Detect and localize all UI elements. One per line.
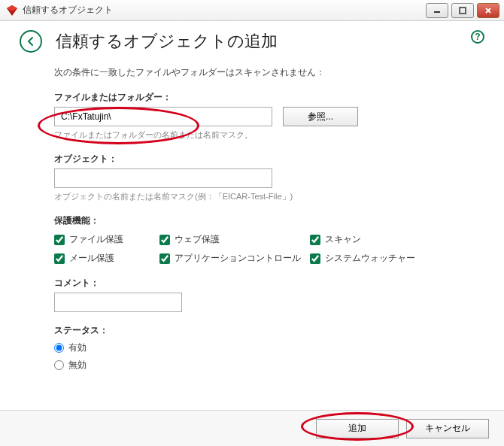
object-label: オブジェクト： [54, 153, 475, 165]
file-folder-label: ファイルまたはフォルダー： [54, 91, 475, 104]
titlebar: 信頼するオブジェクト [0, 0, 504, 21]
status-radio[interactable]: 有効 [54, 341, 475, 354]
radio-label: 無効 [68, 359, 87, 372]
protection-label: 保護機能： [54, 214, 475, 227]
status-radio[interactable]: 無効 [54, 359, 475, 372]
checkbox-input[interactable] [310, 253, 320, 264]
checkbox-input[interactable] [54, 235, 65, 245]
checkbox-label: アプリケーションコントロール [175, 252, 301, 265]
protection-checkbox-grid: ファイル保護ウェブ保護スキャンメール保護アプリケーションコントロールシステムウォ… [54, 233, 475, 265]
add-button[interactable]: 追加 [316, 419, 399, 438]
protection-checkbox[interactable]: システムウォッチャー [310, 252, 430, 265]
protection-checkbox[interactable]: メール保護 [54, 252, 159, 265]
app-icon [6, 5, 18, 17]
checkbox-label: ファイル保護 [69, 233, 123, 246]
object-input[interactable] [54, 168, 272, 188]
svg-text:?: ? [475, 32, 480, 42]
close-button[interactable] [477, 3, 499, 18]
protection-checkbox[interactable]: ウェブ保護 [159, 233, 310, 246]
back-button[interactable] [20, 30, 42, 53]
checkbox-label: システムウォッチャー [325, 252, 415, 265]
checkbox-label: スキャン [325, 233, 361, 246]
comment-label: コメント： [54, 277, 475, 290]
checkbox-label: メール保護 [69, 252, 114, 265]
header-row: 信頼するオブジェクトの追加 [20, 30, 484, 53]
maximize-button[interactable] [451, 3, 474, 18]
minimize-button[interactable] [426, 3, 448, 18]
status-label: ステータス： [54, 324, 475, 337]
browse-button[interactable]: 参照... [283, 107, 358, 126]
window-controls [423, 3, 504, 18]
help-icon[interactable]: ? [471, 30, 484, 47]
checkbox-input[interactable] [54, 253, 65, 264]
protection-checkbox[interactable]: スキャン [310, 233, 430, 246]
cancel-button[interactable]: キャンセル [406, 419, 489, 438]
radio-input[interactable] [54, 360, 64, 370]
radio-input[interactable] [54, 343, 64, 353]
status-radio-group: 有効無効 [54, 341, 475, 372]
checkbox-input[interactable] [159, 253, 170, 264]
svg-rect-3 [460, 8, 466, 14]
file-folder-hint: ファイルまたはフォルダーの名前または名前マスク。 [54, 129, 475, 141]
footer: 追加 キャンセル [0, 410, 504, 446]
description-text: 次の条件に一致したファイルやフォルダーはスキャンされません： [54, 66, 484, 79]
checkbox-input[interactable] [310, 235, 320, 245]
checkbox-input[interactable] [159, 235, 170, 245]
protection-checkbox[interactable]: ファイル保護 [54, 233, 159, 246]
comment-input[interactable] [54, 293, 182, 312]
checkbox-label: ウェブ保護 [175, 233, 220, 246]
file-folder-input[interactable] [54, 107, 272, 126]
radio-label: 有効 [68, 341, 87, 354]
window-title: 信頼するオブジェクト [23, 4, 423, 17]
form: ファイルまたはフォルダー： 参照... ファイルまたはフォルダーの名前または名前… [54, 91, 475, 372]
object-hint: オブジェクトの名前または名前マスク(例：「EICAR-Test-File」) [54, 191, 475, 202]
protection-checkbox[interactable]: アプリケーションコントロール [159, 252, 310, 265]
content-area: ? 信頼するオブジェクトの追加 次の条件に一致したファイルやフォルダーはスキャン… [0, 21, 504, 372]
page-title: 信頼するオブジェクトの追加 [56, 30, 278, 53]
